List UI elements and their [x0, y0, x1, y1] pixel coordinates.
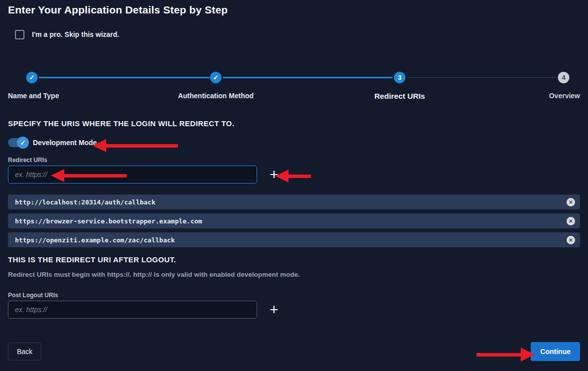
step-1-circle: ✓ — [26, 72, 38, 83]
continue-button[interactable]: Continue — [531, 342, 580, 361]
post-logout-uri-input[interactable] — [8, 301, 257, 319]
stepper-connector-3 — [407, 77, 557, 78]
page-title: Enter Your Application Details Step by S… — [8, 4, 580, 16]
redirect-uri-value: https://openziti.example.com/zac/callbac… — [15, 236, 175, 244]
step-4-circle: 4 — [558, 72, 570, 83]
logout-section-heading: THIS IS THE REDIRECT URI AFTER LOGOUT. — [8, 255, 580, 264]
toggle-thumb-check-icon: ✓ — [17, 137, 29, 149]
skip-wizard-checkbox[interactable] — [15, 30, 24, 39]
redirect-uri-row: https://browzer-service.bootstrapper.exa… — [8, 213, 580, 228]
step-4-number: 4 — [562, 74, 565, 81]
step-2-circle: ✓ — [210, 72, 222, 83]
redirect-uris-field-label: Redirect URIs — [8, 157, 580, 164]
development-mode-label: Development Mode — [33, 139, 97, 147]
redirect-uri-row: https://openziti.example.com/zac/callbac… — [8, 232, 580, 247]
step-3-number: 3 — [398, 74, 401, 81]
step-label-overview: Overview — [549, 92, 580, 100]
redirect-uri-input-row: + — [8, 166, 580, 184]
stepper-connector-1 — [39, 77, 210, 78]
post-logout-uri-input-row: + — [8, 301, 580, 319]
redirect-uri-value: http://localhost:20314/auth/callback — [15, 198, 155, 206]
step-3-circle: 3 — [394, 72, 406, 83]
redirect-section-heading: SPECIFY THE URIS WHERE THE LOGIN WILL RE… — [8, 119, 580, 128]
skip-wizard-label: I'm a pro. Skip this wizard. — [32, 30, 119, 38]
add-redirect-uri-button[interactable]: + — [269, 167, 280, 182]
development-mode-toggle[interactable]: ✓ — [8, 138, 29, 147]
back-button[interactable]: Back — [8, 343, 41, 361]
remove-uri-icon[interactable]: ✕ — [567, 217, 575, 225]
wizard-stepper: ✓ ✓ 3 4 Name and Type Authentication Met… — [8, 39, 580, 101]
check-icon: ✓ — [29, 74, 35, 81]
remove-uri-icon[interactable]: ✕ — [567, 236, 575, 244]
redirect-uri-input[interactable] — [8, 166, 257, 184]
post-logout-uris-field-label: Post Logout URIs — [8, 292, 580, 299]
step-label-name-and-type: Name and Type — [8, 92, 59, 100]
application-wizard-page: Enter Your Application Details Step by S… — [0, 0, 588, 371]
development-mode-row: ✓ Development Mode — [8, 136, 580, 149]
redirect-uri-value: https://browzer-service.bootstrapper.exa… — [15, 217, 202, 225]
redirect-uri-hint: Redirect URIs must begin with https://. … — [8, 271, 580, 278]
step-label-redirect-uris: Redirect URIs — [374, 92, 425, 101]
skip-wizard-row[interactable]: I'm a pro. Skip this wizard. — [15, 29, 580, 39]
step-label-authentication-method: Authentication Method — [178, 92, 254, 100]
stepper-connector-2 — [223, 77, 393, 78]
add-post-logout-uri-button[interactable]: + — [269, 302, 280, 317]
wizard-footer: Back Continue — [8, 342, 580, 361]
check-icon: ✓ — [213, 74, 219, 81]
redirect-uri-row: http://localhost:20314/auth/callback ✕ — [8, 194, 580, 209]
redirect-uri-list: http://localhost:20314/auth/callback ✕ h… — [8, 194, 580, 247]
remove-uri-icon[interactable]: ✕ — [567, 198, 575, 206]
